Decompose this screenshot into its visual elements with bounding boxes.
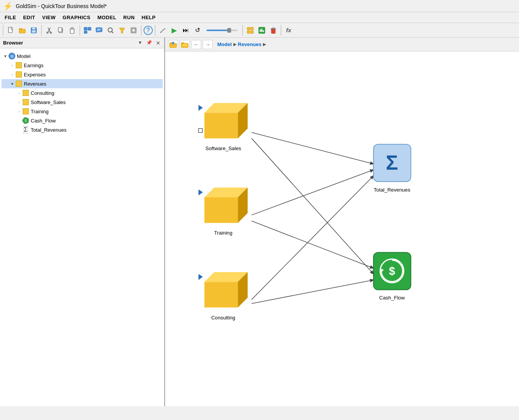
tree-node-software-sales[interactable]: › Software_Sales (2, 98, 163, 107)
svg-text:Σ: Σ (386, 151, 398, 174)
menu-view[interactable]: VIEW (39, 13, 59, 22)
canvas-content[interactable]: Software_Sales Training Consulting Σ Tot… (165, 51, 519, 406)
run-button[interactable]: ▶ (169, 25, 180, 36)
total-revenues-label-canvas: Total_Revenues (374, 187, 410, 193)
tree-label-cash-flow: Cash_Flow (31, 118, 56, 124)
tree-node-cash-flow[interactable]: $ Cash_Flow (2, 116, 163, 125)
training-label: Training (214, 230, 233, 236)
software-sales-label: Software_Sales (205, 146, 241, 151)
breadcrumb-sep-2: ▶ (263, 42, 266, 47)
help-button[interactable]: ? (144, 26, 153, 35)
browser-title: Browser (3, 40, 23, 46)
toolbar-sep-4 (141, 25, 142, 36)
cut-button[interactable] (44, 25, 55, 36)
breadcrumb-model[interactable]: Model (217, 41, 232, 47)
grid-button[interactable] (245, 25, 256, 36)
svg-rect-15 (88, 27, 91, 30)
svg-marker-18 (97, 32, 98, 33)
svg-rect-32 (251, 31, 253, 33)
menu-file[interactable]: FILE (2, 13, 19, 22)
search-button[interactable] (105, 25, 116, 36)
step-forward-button[interactable]: ⏭ (180, 25, 191, 36)
svg-marker-58 (198, 190, 203, 195)
svg-line-22 (112, 31, 113, 33)
browser-panel: Browser ▼ 📌 ✕ ▼ ⊙ Model › (0, 38, 165, 406)
svg-text:$: $ (389, 265, 395, 277)
svg-marker-55 (204, 113, 238, 139)
open-button[interactable] (17, 25, 28, 36)
diagram-svg: Software_Sales Training Consulting Σ Tot… (165, 51, 519, 406)
browser-pin-btn[interactable]: 📌 (145, 40, 153, 46)
software-sales-expander[interactable]: › (16, 99, 22, 105)
model-expander[interactable]: ▼ (2, 53, 8, 59)
delete-button[interactable] (268, 25, 279, 36)
formula-button[interactable]: fx (283, 25, 294, 36)
expenses-icon (15, 71, 22, 78)
expenses-expander[interactable]: › (9, 71, 15, 78)
svg-line-46 (251, 132, 374, 164)
back-btn[interactable]: ← (191, 40, 201, 49)
results-button[interactable] (256, 25, 267, 36)
breadcrumb-revenues[interactable]: Revenues (238, 41, 261, 47)
menu-run[interactable]: RUN (120, 13, 138, 22)
tree-node-consulting[interactable]: › Consulting (2, 88, 163, 98)
browser-close-btn[interactable]: ✕ (155, 40, 161, 46)
toolbar-sep-7 (281, 25, 281, 36)
tree-node-revenues[interactable]: ▼ Revenues (2, 79, 163, 88)
svg-rect-16 (84, 31, 87, 33)
collapse-button[interactable] (82, 25, 93, 36)
svg-rect-39 (272, 28, 274, 29)
speed-slider[interactable] (207, 30, 237, 31)
svg-marker-53 (198, 105, 203, 111)
new-button[interactable] (5, 25, 16, 36)
menu-bar: FILE EDIT VIEW GRAPHICS MODEL RUN HELP (0, 12, 519, 23)
copy-button[interactable] (55, 25, 66, 36)
title-bar: ⚡ GoldSim - QuickTour Business Model* (0, 0, 519, 12)
svg-line-26 (160, 29, 164, 33)
svg-point-25 (132, 29, 135, 31)
menu-help[interactable]: HELP (139, 13, 159, 22)
svg-marker-62 (198, 274, 203, 280)
forward-btn[interactable]: → (203, 40, 213, 49)
consulting-expander[interactable]: › (16, 90, 22, 96)
tree-node-earnings[interactable]: › Earnings (2, 61, 163, 70)
tree-label-training: Training (31, 109, 48, 114)
svg-line-47 (251, 138, 374, 274)
svg-rect-29 (247, 27, 250, 30)
folder-nav-btn[interactable] (168, 40, 178, 49)
tree-node-training[interactable]: › Training (2, 107, 163, 116)
svg-point-21 (108, 28, 112, 32)
folder-open-btn[interactable] (180, 40, 190, 49)
save-button[interactable] (28, 25, 39, 36)
tree-view: ▼ ⊙ Model › Earnings › Expense (0, 48, 164, 406)
menu-model[interactable]: MODEL (94, 13, 119, 22)
consulting-label: Consulting (211, 315, 235, 321)
comment-button[interactable] (94, 25, 104, 36)
refresh-button[interactable]: ↺ (192, 25, 203, 36)
training-expander[interactable]: › (16, 108, 22, 114)
browser-dropdown-btn[interactable]: ▼ (137, 40, 143, 46)
svg-rect-31 (247, 31, 250, 33)
menu-graphics[interactable]: GRAPHICS (60, 13, 94, 22)
revenues-expander[interactable]: ▼ (9, 81, 15, 87)
toolbar-sep-1 (3, 25, 3, 36)
revenues-icon (15, 80, 22, 87)
consulting-icon (22, 89, 29, 96)
tree-node-expenses[interactable]: › Expenses (2, 70, 163, 79)
tree-node-model[interactable]: ▼ ⊙ Model (2, 51, 163, 61)
edit-mode-button[interactable] (157, 25, 168, 36)
filter-button[interactable] (117, 25, 127, 36)
tree-label-consulting: Consulting (31, 90, 54, 96)
paste-button[interactable] (67, 25, 78, 36)
svg-rect-14 (84, 27, 87, 30)
settings-button[interactable] (128, 25, 139, 36)
tree-node-total-revenues[interactable]: Σ Total_Revenues (2, 125, 163, 134)
svg-rect-44 (181, 43, 184, 44)
svg-point-8 (47, 32, 48, 33)
earnings-expander[interactable]: › (9, 62, 15, 68)
tree-label-model: Model (17, 53, 30, 59)
menu-edit[interactable]: EDIT (20, 13, 38, 22)
svg-rect-13 (71, 28, 73, 29)
svg-rect-11 (58, 28, 62, 32)
breadcrumb-sep-1: ▶ (233, 42, 236, 47)
